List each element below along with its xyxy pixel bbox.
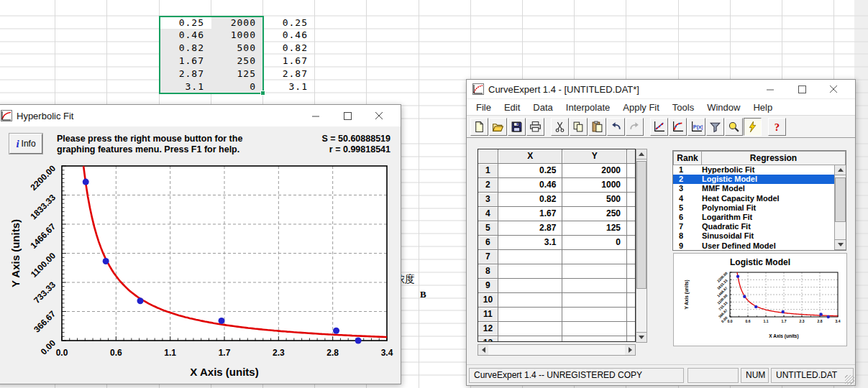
print-button[interactable] — [526, 118, 544, 136]
row-number[interactable]: 6 — [478, 236, 498, 250]
undo-button[interactable] — [607, 118, 625, 136]
scroll-up-button[interactable] — [835, 165, 846, 175]
cell-y[interactable] — [562, 336, 627, 342]
scroll-down-button[interactable] — [835, 239, 846, 249]
cell-y[interactable] — [562, 322, 627, 336]
close-button[interactable] — [363, 112, 395, 120]
selected-cell: 0.82 — [160, 42, 211, 55]
menu-help[interactable]: Help — [746, 102, 779, 113]
row-number[interactable]: 7 — [478, 250, 498, 264]
menu-interpolate[interactable]: Interpolate — [559, 102, 616, 113]
rank-item[interactable]: 6Logarithm Fit — [673, 213, 836, 222]
row-number[interactable]: 8 — [478, 264, 498, 279]
cut-button[interactable] — [551, 118, 569, 136]
close-button[interactable] — [818, 86, 849, 93]
cell-x[interactable] — [498, 336, 563, 342]
rank-item[interactable]: 3MMF Model — [673, 184, 836, 193]
hyperbolic-titlebar[interactable]: Hyperbolic Fit — [0, 105, 401, 126]
row-number[interactable]: 13 — [478, 336, 498, 342]
help-button[interactable]: ? — [768, 118, 786, 136]
info-button[interactable]: i Info — [9, 134, 42, 154]
row-number[interactable]: 2 — [478, 178, 498, 193]
cell-x[interactable]: 0.25 — [498, 164, 563, 178]
minimize-button[interactable] — [300, 112, 332, 120]
cell-y[interactable] — [562, 308, 627, 322]
resize-grip[interactable] — [845, 375, 854, 384]
row-number[interactable]: 3 — [478, 193, 498, 207]
redo-button[interactable] — [626, 118, 644, 136]
scrollbar-thumb[interactable] — [835, 177, 846, 222]
rank-item[interactable]: 9User Defined Model — [673, 241, 836, 251]
zoom-button[interactable] — [725, 118, 743, 136]
maximize-button[interactable] — [786, 86, 818, 93]
cell-y[interactable]: 500 — [562, 193, 627, 207]
maximize-button[interactable] — [332, 112, 363, 120]
scroll-left-button[interactable] — [478, 345, 488, 355]
menu-edit[interactable]: Edit — [498, 102, 526, 113]
cell-x[interactable]: 2.87 — [498, 221, 563, 236]
open-button[interactable] — [489, 118, 507, 136]
paste-button[interactable] — [588, 118, 606, 136]
cell-x[interactable] — [498, 293, 563, 308]
menu-data[interactable]: Data — [526, 102, 559, 113]
cell-x[interactable]: 0.46 — [498, 178, 563, 193]
menu-tools[interactable]: Tools — [666, 102, 700, 113]
table-horizontal-scrollbar[interactable] — [478, 344, 636, 356]
cell-y[interactable]: 125 — [562, 221, 627, 236]
save-button[interactable] — [508, 118, 526, 136]
minimize-button[interactable] — [754, 86, 786, 93]
row-number[interactable]: 4 — [478, 207, 498, 221]
cell-y[interactable]: 250 — [562, 207, 627, 221]
cell-x[interactable]: 1.67 — [498, 207, 563, 221]
row-number[interactable]: 11 — [478, 308, 498, 322]
cell-y[interactable]: 0 — [562, 236, 627, 250]
scroll-down-button[interactable] — [636, 332, 647, 342]
scroll-up-button[interactable] — [636, 149, 647, 160]
cell-x[interactable] — [498, 308, 563, 322]
scrollbar-thumb[interactable] — [636, 161, 647, 289]
interpolate-button[interactable] — [706, 118, 724, 136]
svg-text:0.6: 0.6 — [746, 319, 751, 323]
column-header-y[interactable]: Y — [562, 149, 627, 164]
cell-y[interactable] — [562, 293, 627, 308]
row-number[interactable]: 12 — [478, 322, 498, 336]
curveexpert-titlebar[interactable]: CurveExpert 1.4 - [UNTITLED.DAT*] — [467, 80, 855, 99]
cell-x[interactable]: 3.1 — [498, 236, 563, 250]
new-button[interactable] — [470, 118, 488, 136]
copy-button[interactable] — [570, 118, 588, 136]
menu-apply-fit[interactable]: Apply Fit — [616, 102, 666, 113]
cell-y[interactable]: 2000 — [562, 164, 627, 178]
polynomial-fit-button[interactable]: P(x) — [687, 118, 705, 136]
cell-y[interactable] — [562, 279, 627, 293]
cell-y[interactable] — [562, 250, 627, 264]
row-number[interactable]: 9 — [478, 279, 498, 293]
linear-fit-icon — [653, 121, 665, 133]
cell-sliver — [627, 293, 635, 308]
cell-x[interactable] — [498, 250, 563, 264]
scroll-right-button[interactable] — [625, 345, 635, 355]
rank-item[interactable]: 2Logistic Model — [673, 175, 836, 184]
menu-file[interactable]: File — [470, 102, 498, 113]
rank-item[interactable]: 1Hyperbolic Fit — [673, 165, 836, 175]
row-number[interactable]: 10 — [478, 293, 498, 308]
curvefinder-button[interactable] — [744, 118, 762, 136]
column-header-x[interactable]: X — [498, 149, 563, 164]
nonlinear-fit-button[interactable] — [669, 118, 687, 136]
row-number[interactable]: 1 — [478, 164, 498, 178]
cell-y[interactable]: 1000 — [562, 178, 627, 193]
rank-item[interactable]: 5Polynomial Fit — [673, 203, 836, 213]
rank-scrollbar[interactable] — [834, 165, 846, 250]
fit-plot[interactable]: 2200.001833.331466.671100.00733.33366.67… — [2, 157, 396, 381]
row-number[interactable]: 5 — [478, 221, 498, 236]
cell-x[interactable]: 0.82 — [498, 193, 563, 207]
menu-window[interactable]: Window — [700, 102, 746, 113]
rank-item[interactable]: 7Quadratic Fit — [673, 222, 836, 231]
table-vertical-scrollbar[interactable] — [636, 149, 647, 343]
cell-x[interactable] — [498, 279, 563, 293]
rank-item[interactable]: 4Heat Capacity Model — [673, 194, 836, 203]
rank-item[interactable]: 8Sinusoidal Fit — [673, 231, 836, 241]
linear-fit-button[interactable] — [650, 118, 668, 136]
cell-x[interactable] — [498, 264, 563, 279]
cell-y[interactable] — [562, 264, 627, 279]
cell-x[interactable] — [498, 322, 563, 336]
